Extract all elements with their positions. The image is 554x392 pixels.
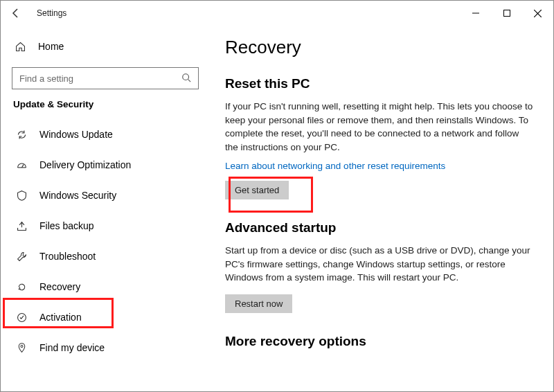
page-title: Recovery — [225, 37, 534, 58]
sidebar-item-label: Windows Update — [39, 129, 113, 140]
sidebar-item-files-backup[interactable]: Files backup — [10, 211, 200, 241]
svg-rect-1 — [503, 10, 510, 17]
shield-icon — [15, 190, 28, 202]
svg-point-4 — [183, 73, 189, 80]
sidebar-item-label: Files backup — [39, 220, 94, 231]
sidebar-home-label: Home — [38, 41, 64, 52]
svg-line-6 — [21, 164, 24, 167]
sidebar: Home Find a setting Update & Security Wi… — [1, 26, 208, 391]
content-pane: Recovery Reset this PC If your PC isn't … — [208, 26, 553, 391]
minimize-button[interactable] — [460, 3, 491, 24]
dashboard-icon — [15, 159, 28, 171]
more-options-title: More recovery options — [225, 334, 534, 349]
svg-point-9 — [20, 345, 22, 347]
reset-link[interactable]: Learn about networking and other reset r… — [225, 161, 445, 171]
sidebar-item-label: Recovery — [39, 281, 80, 292]
sidebar-home[interactable]: Home — [13, 33, 200, 60]
sidebar-item-label: Troubleshoot — [39, 251, 96, 262]
window-title: Settings — [37, 8, 66, 18]
sidebar-item-delivery-optimization[interactable]: Delivery Optimization — [10, 150, 200, 180]
reset-body: If your PC isn't running well, resetting… — [225, 100, 534, 154]
recovery-icon — [15, 281, 28, 293]
reset-title: Reset this PC — [225, 76, 534, 91]
location-icon — [15, 342, 28, 354]
sidebar-category-label: Update & Security — [13, 99, 200, 109]
sidebar-item-recovery[interactable]: Recovery — [10, 271, 200, 302]
close-button[interactable] — [522, 3, 553, 24]
search-icon — [181, 73, 191, 84]
back-arrow-icon[interactable] — [9, 8, 23, 19]
sidebar-item-label: Delivery Optimization — [39, 159, 131, 170]
sidebar-item-activation[interactable]: Activation — [10, 302, 200, 332]
sidebar-item-label: Windows Security — [39, 190, 116, 201]
sidebar-item-label: Activation — [39, 312, 82, 323]
search-input[interactable]: Find a setting — [12, 67, 199, 89]
sync-icon — [15, 129, 28, 141]
search-placeholder: Find a setting — [19, 73, 73, 84]
sidebar-item-windows-update[interactable]: Windows Update — [10, 119, 200, 150]
sidebar-item-find-my-device[interactable]: Find my device — [10, 332, 200, 363]
svg-line-5 — [188, 79, 191, 82]
restart-now-button[interactable]: Restart now — [225, 294, 292, 313]
advanced-body: Start up from a device or disc (such as … — [225, 244, 534, 285]
get-started-button[interactable]: Get started — [225, 181, 289, 199]
home-icon — [13, 41, 27, 53]
backup-icon — [15, 220, 28, 232]
titlebar: Settings — [1, 1, 553, 26]
maximize-button[interactable] — [491, 3, 522, 24]
advanced-title: Advanced startup — [225, 220, 534, 235]
sidebar-item-windows-security[interactable]: Windows Security — [10, 180, 200, 211]
wrench-icon — [15, 251, 28, 262]
sidebar-item-label: Find my device — [39, 342, 105, 353]
sidebar-item-troubleshoot[interactable]: Troubleshoot — [10, 241, 200, 271]
check-circle-icon — [15, 312, 28, 323]
